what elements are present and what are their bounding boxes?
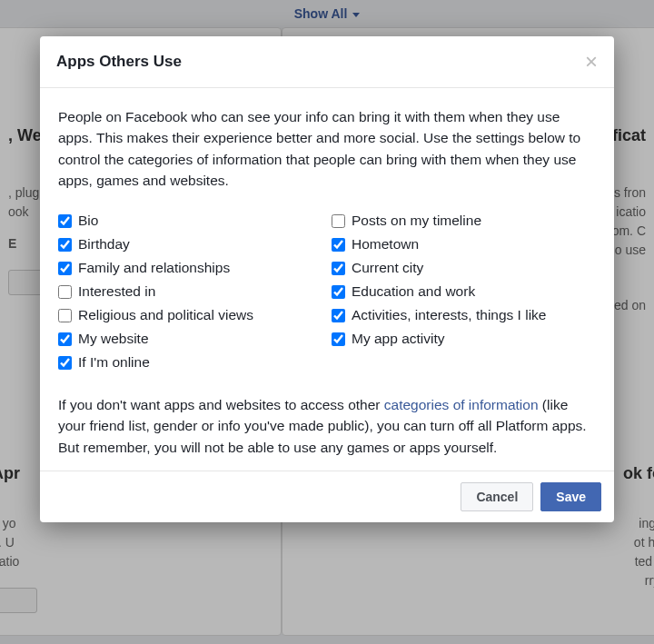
checkbox-input[interactable] (58, 356, 72, 370)
checkbox-input[interactable] (332, 332, 345, 346)
checkbox-label: Current city (352, 260, 423, 276)
footer-pre: If you don't want apps and websites to a… (58, 397, 384, 412)
checkbox-label: Posts on my timeline (352, 213, 481, 229)
checkbox-row: Current city (332, 256, 596, 280)
dialog-header: Apps Others Use × (40, 36, 614, 88)
checkbox-input[interactable] (332, 214, 345, 228)
checkbox-input[interactable] (332, 238, 345, 252)
checkbox-label: Interested in (78, 283, 155, 300)
checkbox-input[interactable] (58, 309, 72, 322)
checkbox-input[interactable] (58, 214, 72, 228)
checkbox-label: Education and work (352, 283, 475, 300)
checkbox-label: My website (78, 331, 149, 347)
checkbox-col-right: Posts on my timelineHometownCurrent city… (332, 209, 596, 374)
checkbox-input[interactable] (58, 332, 72, 346)
checkbox-row: Posts on my timeline (332, 209, 596, 233)
checkbox-label: Family and relationships (78, 260, 230, 276)
dialog-body: People on Facebook who can see your info… (40, 88, 614, 471)
intro-text: People on Facebook who can see your info… (58, 106, 596, 191)
checkbox-row: Religious and political views (58, 303, 322, 327)
checkbox-row: Education and work (332, 280, 596, 303)
dialog-title: Apps Others Use (56, 53, 182, 71)
checkbox-input[interactable] (332, 262, 345, 275)
checkbox-label: Activities, interests, things I like (352, 307, 547, 323)
checkbox-label: Religious and political views (78, 307, 253, 323)
checkbox-input[interactable] (58, 262, 72, 275)
checkbox-input[interactable] (332, 285, 345, 299)
dialog-footer: Cancel Save (40, 471, 614, 522)
checkbox-input[interactable] (58, 238, 72, 252)
categories-link[interactable]: categories of information (384, 397, 539, 412)
cancel-button[interactable]: Cancel (461, 482, 533, 511)
checkbox-row: Bio (58, 209, 322, 233)
checkbox-row: Hometown (332, 233, 596, 256)
checkbox-row: Activities, interests, things I like (332, 303, 596, 327)
checkbox-label: Hometown (352, 236, 419, 253)
checkbox-row: My app activity (332, 327, 596, 351)
checkbox-input[interactable] (332, 309, 345, 322)
checkbox-row: My website (58, 327, 322, 351)
checkbox-row: Family and relationships (58, 256, 322, 280)
checkbox-col-left: BioBirthdayFamily and relationshipsInter… (58, 209, 322, 374)
checkbox-grid: BioBirthdayFamily and relationshipsInter… (58, 209, 596, 374)
checkbox-row: If I'm online (58, 351, 322, 374)
checkbox-row: Interested in (58, 280, 322, 303)
checkbox-label: Birthday (78, 236, 130, 253)
close-icon[interactable]: × (585, 51, 598, 73)
checkbox-label: Bio (78, 213, 98, 229)
checkbox-label: My app activity (352, 331, 445, 347)
checkbox-row: Birthday (58, 233, 322, 256)
apps-others-use-dialog: Apps Others Use × People on Facebook who… (40, 36, 614, 522)
save-button[interactable]: Save (540, 482, 601, 511)
checkbox-input[interactable] (58, 285, 72, 299)
footer-text: If you don't want apps and websites to a… (58, 394, 596, 458)
checkbox-label: If I'm online (78, 354, 150, 371)
